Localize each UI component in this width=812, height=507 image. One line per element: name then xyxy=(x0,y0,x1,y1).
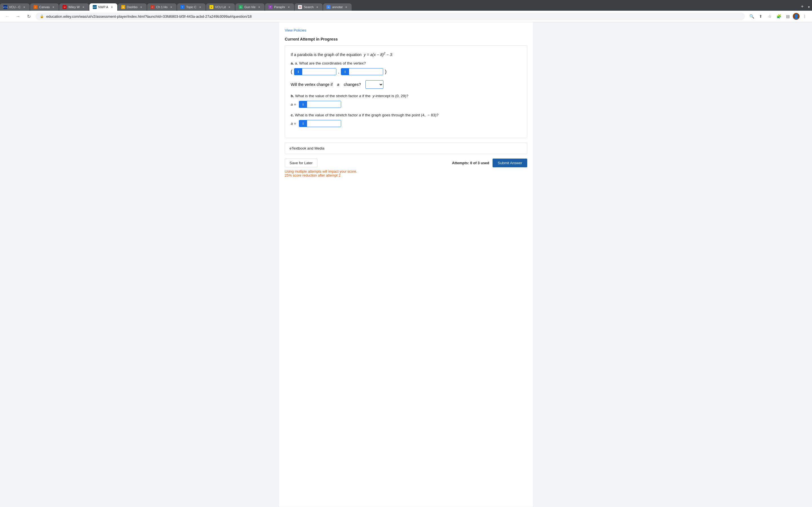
warning-text: Using multiple attempts will impact your… xyxy=(285,170,527,177)
tab-favicon-canvas: C xyxy=(34,5,38,9)
tab-label-wiley: Wiley W xyxy=(68,5,80,9)
tab-favicon-topic: T xyxy=(181,5,185,9)
info-btn-4[interactable]: i xyxy=(299,120,307,127)
tab-canvas[interactable]: CCanvas× xyxy=(30,3,59,11)
tab-favicon-vculib: V xyxy=(209,5,213,9)
sub-b-text: What is the value of the stretch factor … xyxy=(295,94,408,98)
url-text: education.wiley.com/was/ui/v2/assessment… xyxy=(46,14,741,18)
b-input-group: a = i xyxy=(291,101,521,108)
back-button[interactable]: ← xyxy=(3,12,11,20)
tab-close-ch1[interactable]: × xyxy=(169,5,173,9)
browser-chrome: VCUVCU - C×CCanvas×WWiley W×NWPNWP A×★Da… xyxy=(0,0,812,22)
submit-answer-button[interactable]: Submit Answer xyxy=(493,159,527,167)
question-section: If a parabola is the graph of the equati… xyxy=(285,45,527,138)
sub-b-bold: b. xyxy=(291,94,294,98)
tab-annot[interactable]: Aannotat× xyxy=(323,3,352,11)
tab-close-wiley[interactable]: × xyxy=(82,5,86,9)
c-answer-input[interactable] xyxy=(307,120,341,127)
tab-favicon-nwp: NWP xyxy=(93,5,97,9)
tab-label-dashb: Dashbo xyxy=(127,5,138,9)
tab-close-search[interactable]: × xyxy=(315,5,319,9)
page-background: View Policies Current Attempt in Progres… xyxy=(0,22,812,507)
bottom-bar: Save for Later Attempts: 0 of 3 used Sub… xyxy=(285,159,527,167)
lock-icon: 🔒 xyxy=(40,14,44,18)
tab-topic[interactable]: TTopic C× xyxy=(177,3,206,11)
etextbook-section: eTextbook and Media xyxy=(285,143,527,154)
tab-dropdown-button[interactable]: ▾ xyxy=(806,3,812,11)
tab-close-paraph[interactable]: × xyxy=(287,5,291,9)
sub-question-b: b. What is the value of the stretch fact… xyxy=(291,94,521,108)
toolbar-icons: 🔍 ⬆ ☆ 🧩 ▤ 👤 ⋮ xyxy=(748,12,809,20)
sub-c-bold: c. xyxy=(291,113,294,117)
right-actions: Attempts: 0 of 3 used Submit Answer xyxy=(452,159,527,167)
view-policies-link[interactable]: View Policies xyxy=(285,28,306,33)
equation-text: y = a(x − 8)2 − 3: xyxy=(364,52,393,57)
vertex-y-input[interactable] xyxy=(349,68,383,75)
forward-button[interactable]: → xyxy=(14,12,22,20)
save-later-button[interactable]: Save for Later xyxy=(285,159,317,167)
address-bar: ← → ↻ 🔒 education.wiley.com/was/ui/v2/as… xyxy=(0,11,812,22)
tab-wiley[interactable]: WWiley W× xyxy=(59,3,89,11)
tab-gun[interactable]: GGun Vie× xyxy=(236,3,265,11)
tab-vculib[interactable]: VVCU Lit× xyxy=(206,3,235,11)
tab-label-annot: annotat xyxy=(332,5,343,9)
tab-close-annot[interactable]: × xyxy=(344,5,348,9)
sub-a-label: a. a. What are the coordinates of the ve… xyxy=(291,61,521,65)
tab-label-gun: Gun Vie xyxy=(245,5,256,9)
extension-icon[interactable]: 🧩 xyxy=(775,12,783,20)
share-icon[interactable]: ⬆ xyxy=(757,12,765,20)
tab-label-nwp: NWP A xyxy=(98,5,108,9)
will-vertex-text: Will the vertex change if xyxy=(291,82,333,87)
vertex-change-dropdown[interactable]: Yes No xyxy=(365,80,384,89)
tab-label-search: Search xyxy=(304,5,313,9)
tab-label-ch1: Ch 1 Ho xyxy=(156,5,167,9)
paren-close: ) xyxy=(385,69,387,75)
vertex-input-1-wrapper: i xyxy=(294,68,336,75)
sidebar-icon[interactable]: ▤ xyxy=(784,12,792,20)
tab-ch1[interactable]: CCh 1 Ho× xyxy=(147,3,176,11)
tab-close-nwp[interactable]: × xyxy=(110,5,114,9)
sub-question-a: a. a. What are the coordinates of the ve… xyxy=(291,61,521,75)
sub-c-label: c. What is the value of the stretch fact… xyxy=(291,113,521,117)
tab-nwp[interactable]: NWPNWP A× xyxy=(89,3,117,11)
vertex-x-input[interactable] xyxy=(302,68,336,75)
search-icon[interactable]: 🔍 xyxy=(748,12,756,20)
tab-close-gun[interactable]: × xyxy=(257,5,261,9)
info-btn-1[interactable]: i xyxy=(294,68,302,75)
vertex-change-group: Will the vertex change if a changes? Yes… xyxy=(291,80,521,89)
info-btn-3[interactable]: i xyxy=(299,101,307,108)
tab-close-topic[interactable]: × xyxy=(198,5,202,9)
menu-icon[interactable]: ⋮ xyxy=(801,12,809,20)
vertex-change-question: Will the vertex change if a changes? Yes… xyxy=(291,80,521,89)
a-equals-c: a = xyxy=(291,121,296,126)
tab-favicon-vcu: VCU xyxy=(3,5,7,9)
question-intro-text: If a parabola is the graph of the equati… xyxy=(291,51,521,58)
tab-close-vculib[interactable]: × xyxy=(227,5,232,9)
a-italic-span: a xyxy=(337,82,340,87)
reload-button[interactable]: ↻ xyxy=(25,12,33,20)
tab-label-vcu: VCU - C xyxy=(9,5,20,9)
url-bar[interactable]: 🔒 education.wiley.com/was/ui/v2/assessme… xyxy=(36,13,745,20)
current-attempt-label: Current Attempt in Progress xyxy=(285,37,527,41)
tab-label-paraph: Paraphr xyxy=(274,5,285,9)
profile-avatar[interactable]: 👤 xyxy=(793,13,800,20)
tab-vcu[interactable]: VCUVCU - C× xyxy=(0,3,30,11)
b-answer-input[interactable] xyxy=(307,101,341,108)
bookmark-icon[interactable]: ☆ xyxy=(766,12,774,20)
new-tab-button[interactable]: + xyxy=(799,2,806,11)
tab-search[interactable]: MSearch× xyxy=(295,3,322,11)
tab-close-dashb[interactable]: × xyxy=(139,5,143,9)
tab-dashb[interactable]: ★Dashbo× xyxy=(118,3,147,11)
tab-favicon-annot: A xyxy=(326,5,331,9)
sub-a-bold: a. xyxy=(291,61,294,65)
tab-close-canvas[interactable]: × xyxy=(51,5,55,9)
tab-favicon-paraph: P xyxy=(268,5,272,9)
b-input-wrapper: i xyxy=(299,101,341,108)
attempts-text: Attempts: 0 of 3 used xyxy=(452,161,489,165)
sub-a-text: a. What are the coordinates of the verte… xyxy=(295,61,366,65)
info-btn-2[interactable]: i xyxy=(341,68,349,75)
tab-close-vcu[interactable]: × xyxy=(22,5,26,9)
intro-text: If a parabola is the graph of the equati… xyxy=(291,52,361,57)
tab-favicon-dashb: ★ xyxy=(121,5,125,9)
tab-paraph[interactable]: PParaphr× xyxy=(265,3,294,11)
